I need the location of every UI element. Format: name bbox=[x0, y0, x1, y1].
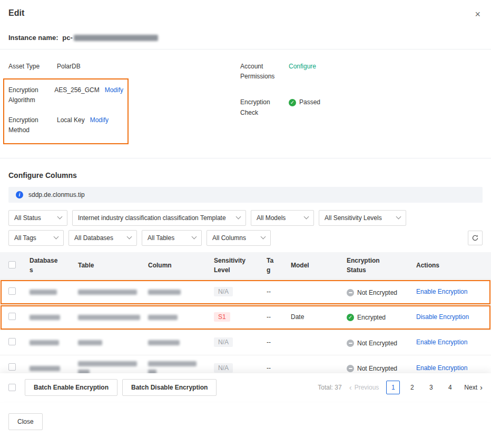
row-checkbox[interactable] bbox=[8, 287, 16, 295]
asset-type-label: Asset Type bbox=[8, 62, 57, 72]
columns-filter-dropdown[interactable]: All Columns bbox=[207, 230, 271, 246]
header-sensitivity-level: Sensitivity Level bbox=[214, 256, 251, 275]
column-redacted bbox=[148, 315, 178, 320]
encryption-method-label: Encryption Method bbox=[8, 115, 57, 135]
tables-filter-label: All Tables bbox=[148, 234, 174, 242]
column-redacted bbox=[148, 361, 197, 366]
encryption-check-label: Encryption Check bbox=[240, 97, 289, 117]
batch-enable-encryption-button[interactable]: Batch Enable Encryption bbox=[25, 379, 117, 396]
tables-filter-dropdown[interactable]: All Tables bbox=[142, 230, 202, 246]
asset-type-value: PolarDB bbox=[57, 62, 81, 72]
chevron-right-icon: › bbox=[480, 383, 483, 391]
page-1-button[interactable]: 1 bbox=[386, 381, 400, 394]
row-checkbox[interactable] bbox=[8, 363, 16, 371]
chevron-down-icon bbox=[127, 234, 132, 240]
filter-row-2: All Tags All Databases All Tables All Co… bbox=[0, 226, 491, 246]
refresh-button[interactable] bbox=[468, 231, 483, 245]
configure-columns-heading: Configure Columns bbox=[0, 158, 491, 187]
databases-filter-label: All Databases bbox=[74, 234, 113, 242]
close-button[interactable]: Close bbox=[8, 413, 43, 430]
columns-table: Databases Table Column Sensitivity Level… bbox=[0, 252, 491, 381]
encryption-algorithm-value: AES_256_GCM bbox=[54, 85, 99, 95]
account-permissions-label: Account Permissions bbox=[240, 62, 289, 82]
tag-cell: -- bbox=[267, 310, 291, 324]
sensitivity-filter-dropdown[interactable]: All Sensitivity Levels bbox=[319, 210, 406, 226]
row-checkbox[interactable] bbox=[8, 338, 16, 345]
model-cell: Date bbox=[291, 310, 347, 324]
previous-page-button[interactable]: ‹ Previous bbox=[349, 383, 379, 391]
page-3-button[interactable]: 3 bbox=[424, 381, 438, 394]
column-redacted bbox=[148, 290, 181, 295]
enable-encryption-link[interactable]: Enable Encryption bbox=[416, 339, 467, 346]
modify-method-link[interactable]: Modify bbox=[90, 115, 109, 125]
models-filter-label: All Models bbox=[257, 214, 286, 222]
template-filter-dropdown[interactable]: Internet industry classification classif… bbox=[72, 210, 246, 226]
table-row: N/A -- Not Encrypted Enable Encryption bbox=[0, 330, 491, 355]
pagination: Total: 37 ‹ Previous 1 2 3 4 Next › bbox=[318, 381, 483, 394]
dialog-header: Edit × bbox=[0, 0, 491, 20]
status-filter-dropdown[interactable]: All Status bbox=[8, 210, 67, 226]
database-redacted bbox=[30, 290, 57, 295]
instance-name-prefix: pc- bbox=[62, 34, 73, 42]
tag-cell: -- bbox=[267, 285, 291, 298]
chevron-down-icon bbox=[236, 214, 241, 220]
sensitivity-badge: N/A bbox=[214, 363, 233, 373]
model-cell bbox=[291, 288, 347, 295]
edit-dialog: Edit × Instance name: pc- Asset Type Pol… bbox=[0, 0, 491, 448]
next-page-button[interactable]: Next › bbox=[464, 383, 483, 391]
select-all-checkbox[interactable] bbox=[8, 261, 16, 268]
dialog-footer: Close bbox=[0, 402, 491, 442]
status-filter-label: All Status bbox=[14, 214, 41, 222]
table-row: N/A -- Not Encrypted Enable Encryption bbox=[0, 280, 491, 305]
info-icon: i bbox=[16, 191, 23, 198]
encrypted-icon: ✓ bbox=[347, 314, 354, 321]
disable-encryption-link[interactable]: Disable Encryption bbox=[416, 313, 469, 321]
close-icon[interactable]: × bbox=[473, 8, 483, 20]
table-redacted bbox=[78, 340, 102, 345]
check-circle-icon: ✓ bbox=[289, 99, 296, 106]
row-checkbox[interactable] bbox=[8, 313, 16, 320]
table-redacted bbox=[78, 290, 137, 295]
refresh-icon bbox=[472, 234, 479, 242]
tag-cell: -- bbox=[267, 335, 291, 349]
header-actions: Actions bbox=[416, 262, 439, 269]
table-redacted bbox=[78, 361, 137, 366]
enable-encryption-link[interactable]: Enable Encryption bbox=[416, 288, 467, 295]
configure-link[interactable]: Configure bbox=[289, 62, 316, 72]
models-filter-dropdown[interactable]: All Models bbox=[251, 210, 314, 226]
batch-select-checkbox[interactable] bbox=[8, 384, 16, 391]
database-redacted bbox=[30, 340, 59, 345]
databases-filter-dropdown[interactable]: All Databases bbox=[68, 230, 137, 246]
batch-action-bar: Batch Enable Encryption Batch Disable En… bbox=[0, 373, 491, 402]
header-encryption-status: Encryption Status bbox=[347, 256, 385, 275]
chevron-down-icon bbox=[261, 234, 266, 240]
encryption-status: Not Encrypted bbox=[357, 340, 397, 347]
enable-encryption-link[interactable]: Enable Encryption bbox=[416, 364, 467, 372]
tags-filter-dropdown[interactable]: All Tags bbox=[8, 230, 64, 246]
table-row: S1 -- Date ✓Encrypted Disable Encryption bbox=[0, 305, 491, 330]
header-column: Column bbox=[148, 262, 172, 269]
not-encrypted-icon bbox=[347, 289, 354, 296]
page-2-button[interactable]: 2 bbox=[405, 381, 419, 394]
tags-filter-label: All Tags bbox=[14, 234, 36, 242]
page-4-button[interactable]: 4 bbox=[443, 381, 457, 394]
model-cell bbox=[291, 365, 347, 371]
database-redacted bbox=[30, 315, 60, 320]
sensitivity-badge: S1 bbox=[214, 312, 230, 322]
info-text: sddp.de.clonmus.tip bbox=[28, 191, 85, 198]
asset-type-row: Asset Type PolarDB bbox=[8, 57, 240, 76]
encryption-algorithm-row: Encryption Algorithm AES_256_GCM Modify bbox=[8, 81, 123, 110]
chevron-down-icon bbox=[396, 214, 401, 220]
info-bar: i sddp.de.clonmus.tip bbox=[8, 187, 483, 203]
batch-disable-encryption-button[interactable]: Batch Disable Encryption bbox=[122, 379, 217, 396]
details-section: Asset Type PolarDB Encryption Algorithm … bbox=[0, 49, 491, 158]
modify-algorithm-link[interactable]: Modify bbox=[105, 85, 123, 95]
not-encrypted-icon bbox=[347, 340, 354, 347]
encryption-method-value: Local Key bbox=[57, 115, 85, 125]
chevron-left-icon: ‹ bbox=[349, 383, 352, 391]
sensitivity-badge: N/A bbox=[214, 287, 233, 296]
chevron-down-icon bbox=[192, 234, 197, 240]
template-filter-label: Internet industry classification classif… bbox=[78, 214, 226, 222]
column-redacted bbox=[148, 340, 180, 345]
sensitivity-badge: N/A bbox=[214, 337, 233, 347]
